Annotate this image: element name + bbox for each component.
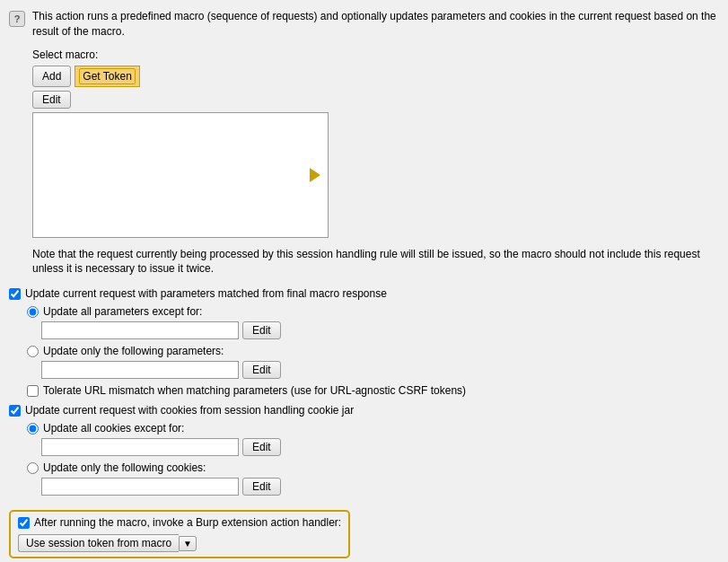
edit-macro-button[interactable]: Edit (32, 91, 71, 109)
cookies-only-input[interactable] (41, 478, 239, 496)
params-except-input[interactable] (41, 321, 239, 339)
play-arrow-icon (310, 168, 320, 182)
update-all-cookies-label: Update all cookies except for: (43, 422, 184, 435)
edit-params-only-button[interactable]: Edit (242, 361, 281, 379)
params-only-input[interactable] (41, 361, 239, 379)
cookies-only-input-row: Edit (41, 478, 719, 496)
update-all-cookies-row: Update all cookies except for: (27, 422, 719, 435)
add-button[interactable]: Add (32, 66, 71, 87)
invoke-extension-label: After running the macro, invoke a Burp e… (34, 516, 341, 529)
tolerate-url-row: Tolerate URL mismatch when matching para… (27, 384, 719, 397)
update-only-params-radio[interactable] (27, 346, 39, 357)
session-token-dropdown-arrow[interactable]: ▼ (179, 536, 197, 551)
session-token-dropdown-main[interactable]: Use session token from macro (18, 534, 179, 552)
macro-section: Select macro: Add Get Token Edit (32, 48, 719, 238)
update-all-params-label: Update all parameters except for: (43, 305, 202, 318)
help-icon[interactable]: ? (9, 11, 25, 27)
update-only-cookies-radio[interactable] (27, 462, 39, 474)
edit-cookies-except-button[interactable]: Edit (242, 438, 281, 456)
macro-buttons: Add Get Token (32, 66, 719, 87)
cookies-except-input[interactable] (41, 438, 239, 456)
update-only-params-row: Update only the following parameters: (27, 345, 719, 357)
update-only-cookies-row: Update only the following cookies: (27, 461, 719, 474)
note-text: Note that the request currently being pr… (32, 247, 719, 277)
update-cookies-row: Update current request with cookies from… (9, 404, 719, 417)
extension-section: After running the macro, invoke a Burp e… (9, 510, 350, 558)
tolerate-url-checkbox[interactable] (27, 385, 39, 397)
tolerate-url-label: Tolerate URL mismatch when matching para… (43, 384, 466, 397)
update-params-row: Update current request with parameters m… (9, 287, 719, 300)
update-params-label: Update current request with parameters m… (25, 287, 387, 300)
session-token-dropdown-row: Use session token from macro ▼ (18, 534, 341, 552)
description-text: This action runs a predefined macro (seq… (32, 9, 719, 40)
select-macro-label: Select macro: (32, 48, 719, 61)
update-all-cookies-radio[interactable] (27, 423, 39, 435)
update-all-params-radio[interactable] (27, 306, 39, 318)
macro-item-get-token[interactable]: Get Token (75, 66, 139, 87)
update-cookies-label: Update current request with cookies from… (25, 404, 354, 417)
cookies-except-input-row: Edit (41, 438, 719, 456)
update-only-params-label: Update only the following parameters: (43, 345, 224, 357)
edit-cookies-only-button[interactable]: Edit (242, 478, 281, 496)
update-all-params-row: Update all parameters except for: (27, 305, 719, 318)
update-cookies-checkbox[interactable] (9, 405, 21, 417)
params-except-input-row: Edit (41, 321, 719, 339)
macro-list[interactable] (32, 112, 329, 238)
params-only-input-row: Edit (41, 361, 719, 379)
edit-params-except-button[interactable]: Edit (242, 321, 281, 339)
invoke-extension-checkbox[interactable] (18, 517, 30, 529)
update-params-checkbox[interactable] (9, 288, 21, 300)
update-only-cookies-label: Update only the following cookies: (43, 461, 206, 474)
header-row: ? This action runs a predefined macro (s… (9, 9, 719, 40)
macro-item-label: Get Token (79, 68, 135, 84)
invoke-extension-row: After running the macro, invoke a Burp e… (18, 516, 341, 529)
